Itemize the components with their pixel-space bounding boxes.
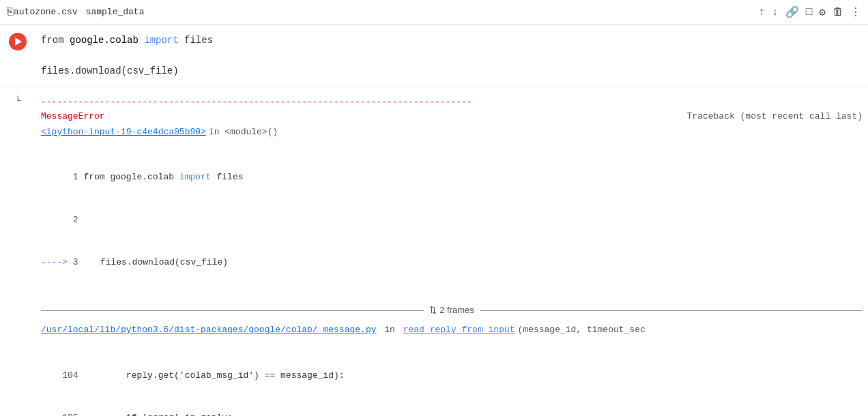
function-name[interactable]: read_reply_from_input (403, 323, 515, 338)
traceback-label: Traceback (most recent call last) (687, 110, 863, 124)
module-name: google.colab (70, 35, 139, 46)
run-button[interactable] (9, 33, 27, 50)
link-icon[interactable]: 🔗 (785, 5, 799, 19)
import-kw: import (179, 172, 212, 182)
up-arrow-icon[interactable]: ↑ (759, 6, 766, 18)
down-arrow-icon[interactable]: ↓ (772, 6, 779, 18)
frames-count: ⇅ 2 frames (429, 303, 474, 318)
output-content: ----------------------------------------… (35, 93, 868, 416)
file-link-line: /usr/local/lib/python3.6/dist-packages/g… (41, 323, 863, 338)
error-dashes: ----------------------------------------… (41, 95, 863, 110)
code-content: from google.colab import files files.dow… (35, 30, 868, 81)
error-type-label: MessageError (41, 110, 105, 124)
tb-line-3: ----> 3 files.download(csv_file) (41, 256, 863, 270)
code-105: 105 if 'error' in reply: (41, 411, 863, 416)
function-args: (message_id, timeout_sec (518, 323, 646, 338)
kw-import: from google.colab (83, 172, 179, 182)
kw-from: from (41, 35, 70, 46)
code-cell: from google.colab import files files.dow… (0, 25, 868, 87)
import-target: files (184, 35, 213, 46)
cell-gutter (0, 30, 35, 50)
code-line-1: from google.colab import files (41, 33, 863, 48)
divider-line-right (480, 310, 863, 311)
error-header: MessageError Traceback (most recent call… (41, 110, 863, 124)
filename-sample-data[interactable]: sample_data (86, 7, 145, 17)
kw-import: import (139, 35, 184, 46)
code-104: 104 reply.get('colab_msg_id') == message… (41, 369, 863, 383)
download-call: files.download(csv_file) (41, 65, 179, 76)
divider-line-left (41, 310, 424, 311)
frames-divider: ⇅ 2 frames (41, 303, 863, 318)
in-text: in (379, 323, 400, 338)
traceback-code-block-2: 104 reply.get('colab_msg_id') == message… (41, 340, 863, 416)
more-icon[interactable]: ⋮ (850, 5, 861, 19)
code-line-2 (41, 48, 863, 63)
file-icon: ⎘ (7, 6, 14, 18)
traceback-code-block: 1 from google.colab import files 2 ---->… (41, 143, 863, 299)
comment-icon[interactable]: □ (806, 6, 813, 18)
output-cell: └ --------------------------------------… (0, 87, 868, 416)
tb-line-2: 2 (41, 213, 863, 228)
frames-count-text: 2 frames (439, 303, 474, 318)
ipython-link-line: <ipython-input-19-c4e4dca05b90> in <modu… (41, 125, 863, 140)
code-line-3: files.download(csv_file) (41, 63, 863, 78)
in-module-text: in <module>() (209, 125, 278, 140)
file-link[interactable]: /usr/local/lib/python3.6/dist-packages/g… (41, 323, 376, 338)
delete-icon[interactable]: 🗑 (833, 5, 843, 18)
ipython-link[interactable]: <ipython-input-19-c4e4dca05b90> (41, 125, 206, 140)
output-gutter: └ (0, 93, 35, 106)
output-cell-icon: └ (15, 95, 20, 106)
tb-line-1: 1 from google.colab import files (41, 170, 863, 185)
top-bar: ⎘ autozone.csv sample_data ↑ ↓ 🔗 □ ⚙ 🗑 ⋮ (0, 0, 868, 25)
toolbar-right: ↑ ↓ 🔗 □ ⚙ 🗑 ⋮ (759, 5, 861, 19)
frames-arrows-icon: ⇅ (429, 303, 437, 318)
settings-icon[interactable]: ⚙ (819, 5, 826, 19)
filename-autozone[interactable]: autozone.csv (14, 7, 78, 17)
